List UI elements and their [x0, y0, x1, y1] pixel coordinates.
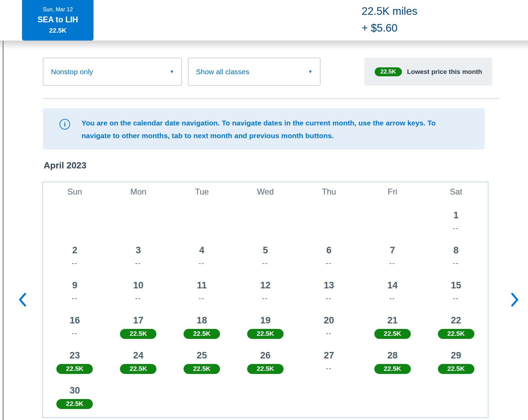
header-shadow: [0, 41, 528, 49]
calendar-day-23[interactable]: 2322.5K: [43, 342, 107, 377]
calendar-day-30[interactable]: 3022.5K: [43, 377, 107, 412]
calendar-day-11[interactable]: 11--: [170, 272, 234, 307]
award-price-badge: 22.5K: [120, 364, 156, 374]
day-number: 18: [197, 316, 207, 326]
banner-message: You are on the calendar date navigation.…: [81, 117, 456, 142]
award-price-badge: 22.5K: [184, 364, 220, 374]
day-number: 15: [451, 280, 461, 291]
calendar-day-5[interactable]: 5--: [234, 236, 297, 272]
selected-date-card[interactable]: Sun, Mar 12 SEA to LIH 22.5K: [22, 0, 94, 41]
calendar-day-14[interactable]: 14--: [361, 272, 424, 307]
day-number: 27: [324, 351, 334, 361]
calendar-day-6[interactable]: 6--: [297, 236, 361, 272]
no-availability-dashes: --: [453, 295, 459, 302]
award-price-badge: 22.5K: [56, 364, 93, 374]
day-number: 14: [387, 280, 398, 291]
calendar-day-13[interactable]: 13--: [297, 272, 361, 307]
price-taxes-line: + $5.60: [362, 20, 417, 36]
award-price-badge: 22.5K: [184, 329, 220, 339]
award-price-badge: 22.5K: [56, 399, 93, 409]
next-month-button[interactable]: [509, 291, 521, 308]
no-availability-dashes: --: [326, 295, 332, 302]
cabin-class-value: Show all classes: [196, 68, 249, 76]
weekday-mon: Mon: [107, 187, 170, 197]
calendar-day-1[interactable]: 1--: [424, 201, 488, 236]
nonstop-filter-value: Nonstop only: [51, 68, 93, 76]
no-availability-dashes: --: [453, 225, 459, 232]
award-price-badge: 22.5K: [374, 329, 411, 339]
calendar-day-20[interactable]: 20--: [297, 307, 361, 342]
lowest-price-label: Lowest price this month: [407, 68, 482, 76]
day-number: 2: [72, 245, 77, 256]
weekday-fri: Fri: [361, 187, 424, 197]
day-number: 4: [199, 245, 205, 256]
award-price-badge: 22.5K: [438, 329, 474, 339]
calendar-day-10[interactable]: 10--: [107, 272, 170, 307]
day-number: 23: [69, 351, 80, 361]
no-availability-dashes: --: [72, 330, 78, 337]
no-availability-dashes: --: [389, 260, 395, 267]
no-availability-dashes: --: [262, 295, 268, 302]
nonstop-filter-dropdown[interactable]: Nonstop only ▼: [43, 58, 182, 86]
day-number: 24: [133, 351, 143, 361]
day-number: 7: [390, 245, 395, 256]
calendar-day-12[interactable]: 12--: [234, 272, 297, 307]
calendar-day-19[interactable]: 1922.5K: [234, 307, 297, 342]
day-number: 22: [451, 316, 461, 326]
caret-down-icon: ▼: [308, 69, 312, 74]
no-availability-dashes: --: [199, 295, 205, 302]
calendar-day-16[interactable]: 16--: [43, 307, 107, 342]
day-number: 30: [69, 386, 80, 396]
info-icon: i: [59, 119, 70, 130]
calendar-day-7[interactable]: 7--: [361, 236, 424, 272]
caret-down-icon: ▼: [169, 69, 174, 74]
calendar-day-29[interactable]: 2922.5K: [424, 342, 488, 377]
lowest-price-legend: 22.5K Lowest price this month: [364, 58, 492, 86]
no-availability-dashes: --: [326, 330, 332, 337]
calendar-day-15[interactable]: 15--: [424, 272, 488, 307]
calendar-day-22[interactable]: 2222.5K: [424, 307, 488, 342]
price-miles-line: 22.5K miles: [362, 3, 417, 20]
calendar-day-25[interactable]: 2522.5K: [170, 342, 234, 377]
weekday-thu: Thu: [297, 187, 361, 197]
day-number: 9: [72, 280, 77, 291]
no-availability-dashes: --: [389, 295, 395, 302]
day-number: 11: [197, 280, 207, 291]
cabin-class-dropdown[interactable]: Show all classes ▼: [188, 58, 320, 86]
award-price-badge: 22.5K: [247, 364, 284, 374]
day-number: 29: [451, 351, 461, 361]
no-availability-dashes: --: [326, 365, 332, 372]
award-price-badge: 22.5K: [374, 364, 411, 374]
day-number: 1: [453, 210, 459, 221]
weekday-sun: Sun: [43, 187, 107, 197]
day-number: 13: [324, 280, 334, 291]
calendar-day-18[interactable]: 1822.5K: [170, 307, 234, 342]
no-availability-dashes: --: [135, 295, 141, 302]
section-divider: [43, 98, 500, 99]
day-number: 3: [136, 245, 141, 256]
award-price-badge: 22.5K: [120, 329, 156, 339]
day-number: 19: [260, 316, 271, 326]
calendar-day-3[interactable]: 3--: [107, 236, 170, 272]
no-availability-dashes: --: [262, 260, 268, 267]
calendar-day-28[interactable]: 2822.5K: [361, 342, 424, 377]
day-number: 16: [69, 316, 80, 326]
chevron-left-icon: [18, 292, 27, 308]
calendar-day-4[interactable]: 4--: [170, 236, 234, 272]
window-left-edge: [3, 3, 3, 420]
calendar-day-21[interactable]: 2122.5K: [361, 307, 424, 342]
day-number: 5: [263, 245, 268, 256]
calendar-day-26[interactable]: 2622.5K: [234, 342, 297, 377]
calendar-day-24[interactable]: 2422.5K: [107, 342, 170, 377]
month-title: April 2023: [44, 160, 86, 171]
calendar-navigation-banner: i You are on the calendar date navigatio…: [43, 108, 485, 150]
previous-month-button[interactable]: [16, 291, 28, 308]
calendar-day-27[interactable]: 27--: [297, 342, 361, 377]
calendar-day-17[interactable]: 1722.5K: [107, 307, 170, 342]
lowest-price-badge: 22.5K: [375, 67, 402, 76]
calendar-day-2[interactable]: 2--: [43, 236, 107, 272]
no-availability-dashes: --: [72, 295, 78, 302]
selected-route-label: SEA to LIH: [37, 15, 78, 24]
calendar-day-8[interactable]: 8--: [424, 236, 488, 272]
calendar-day-9[interactable]: 9--: [43, 272, 107, 307]
